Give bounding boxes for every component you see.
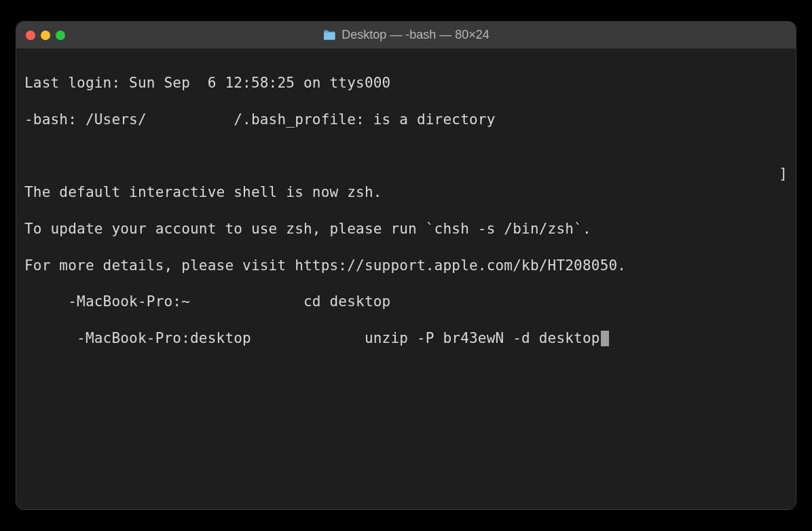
terminal-window: Desktop — -bash — 80×24 Last login: Sun … <box>16 21 796 510</box>
terminal-line: -MacBook-Pro:desktop unzip -P br43ewN -d… <box>24 329 788 348</box>
terminal-line: Last login: Sun Sep 6 12:58:25 on ttys00… <box>24 74 788 92</box>
folder-icon <box>322 30 336 41</box>
scroll-indicator: ] <box>779 165 788 183</box>
minimize-button[interactable] <box>41 31 50 40</box>
terminal-line: The default interactive shell is now zsh… <box>24 183 788 202</box>
terminal-line <box>24 147 788 165</box>
terminal-line: -MacBook-Pro:~ cd desktop <box>24 293 788 311</box>
terminal-text: -MacBook-Pro:desktop unzip -P br43ewN -d… <box>24 330 600 346</box>
cursor <box>601 331 610 346</box>
terminal-body[interactable]: Last login: Sun Sep 6 12:58:25 on ttys00… <box>16 49 796 509</box>
window-title-container: Desktop — -bash — 80×24 <box>16 28 796 42</box>
window-title: Desktop — -bash — 80×24 <box>342 28 490 42</box>
terminal-line: To update your account to use zsh, pleas… <box>24 220 788 238</box>
close-button[interactable] <box>26 31 35 40</box>
traffic-lights <box>26 31 65 40</box>
terminal-line: For more details, please visit https://s… <box>24 257 788 275</box>
terminal-line: -bash: /Users/ /.bash_profile: is a dire… <box>24 111 788 129</box>
titlebar[interactable]: Desktop — -bash — 80×24 <box>16 22 796 49</box>
zoom-button[interactable] <box>56 31 65 40</box>
